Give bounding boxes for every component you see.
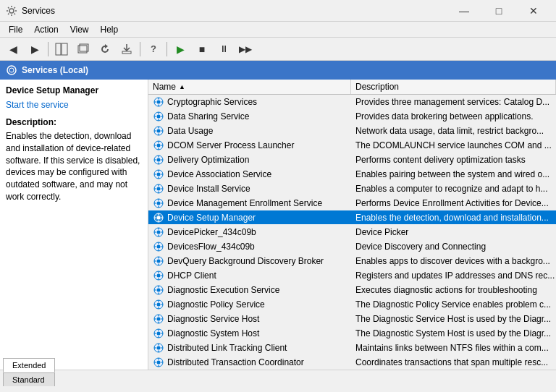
table-row[interactable]: Cryptographic ServicesProvides three man…	[148, 95, 556, 109]
minimize-button[interactable]: —	[447, 0, 481, 22]
pause-button[interactable]: ⏸	[214, 40, 234, 59]
help-button[interactable]: ?	[143, 40, 164, 59]
content-area: Device Setup Manager Start the service D…	[0, 80, 556, 370]
service-icon	[153, 169, 164, 180]
maximize-button[interactable]: □	[482, 0, 515, 22]
header-name[interactable]: Name ▲	[148, 80, 351, 94]
sort-icon: ▲	[179, 83, 185, 90]
close-button[interactable]: ✕	[517, 0, 550, 22]
service-icon	[153, 111, 164, 122]
toolbar-separator-3	[167, 42, 167, 56]
svg-point-70	[157, 244, 161, 248]
menu-item-action[interactable]: Action	[28, 23, 64, 36]
show-hide-button[interactable]	[51, 40, 72, 59]
export-list-button[interactable]	[117, 40, 137, 59]
toolbar-separator-1	[48, 42, 49, 56]
table-row[interactable]: DHCP ClientRegisters and updates IP addr…	[148, 268, 556, 283]
stop-button[interactable]: ■	[192, 40, 212, 59]
forward-button[interactable]: ▶	[25, 40, 45, 59]
title-bar: Services — □ ✕	[0, 0, 556, 22]
service-name-cell: Cryptographic Services	[148, 95, 351, 109]
table-row[interactable]: Diagnostic Execution ServiceExecutes dia…	[148, 283, 556, 297]
new-window-button[interactable]	[73, 40, 93, 59]
svg-point-106	[157, 331, 161, 335]
table-row[interactable]: Device Association ServiceEnables pairin…	[148, 167, 556, 182]
tab-extended[interactable]: Extended	[3, 358, 55, 372]
service-description-cell: Enables the detection, download and inst…	[351, 211, 556, 224]
svg-point-118	[157, 360, 161, 364]
service-icon	[153, 284, 164, 296]
service-description-cell: Enables pairing between the system and w…	[351, 168, 556, 181]
menu-item-file[interactable]: File	[3, 23, 28, 36]
service-icon	[153, 226, 164, 238]
table-row[interactable]: Diagnostic System HostThe Diagnostic Sys…	[148, 326, 556, 341]
table-scroll[interactable]: Cryptographic ServicesProvides three man…	[148, 95, 556, 370]
table-row[interactable]: Distributed Transaction CoordinatorCoord…	[148, 355, 556, 370]
back-button[interactable]: ◀	[3, 40, 23, 59]
service-icon	[153, 241, 164, 252]
service-icon	[153, 212, 164, 223]
service-description-cell: Coordinates transactions that span multi…	[351, 356, 556, 369]
table-row[interactable]: Device Install ServiceEnables a computer…	[148, 182, 556, 196]
table-row[interactable]: Device Management Enrollment ServicePerf…	[148, 196, 556, 210]
svg-rect-5	[122, 51, 131, 54]
play-button[interactable]: ▶	[170, 40, 190, 59]
window-controls: — □ ✕	[447, 0, 550, 22]
service-description-cell: Network data usage, data limit, restrict…	[351, 124, 556, 137]
service-name-cell: Data Usage	[148, 124, 351, 138]
svg-point-112	[157, 346, 161, 349]
table-row[interactable]: Device Setup ManagerEnables the detectio…	[148, 210, 556, 225]
service-icon	[153, 140, 164, 151]
toolbar: ◀ ▶ ? ▶ ■ ⏸ ▶▶	[0, 38, 556, 61]
table-row[interactable]: Distributed Link Tracking ClientMaintain…	[148, 341, 556, 355]
app-icon	[6, 5, 17, 17]
service-description-cell: Enables apps to discover devices with a …	[351, 255, 556, 268]
table-header: Name ▲ Description	[148, 80, 556, 95]
service-name-cell: DHCP Client	[148, 268, 351, 283]
table-row[interactable]: Data Sharing ServiceProvides data broker…	[148, 109, 556, 124]
table-row[interactable]: Diagnostic Service HostThe Diagnostic Se…	[148, 312, 556, 326]
service-name-cell: Diagnostic Execution Service	[148, 283, 351, 297]
service-description-cell: Executes diagnostic actions for troubles…	[351, 284, 556, 297]
panel-title: Services (Local)	[22, 65, 88, 75]
service-name-cell: Distributed Transaction Coordinator	[148, 355, 351, 370]
service-description-cell: The Diagnostic System Host is used by th…	[351, 327, 556, 340]
svg-point-34	[157, 158, 161, 161]
refresh-button[interactable]	[95, 40, 115, 59]
service-name-cell: DevicePicker_434c09b	[148, 225, 351, 239]
service-description-cell: The Diagnostic Policy Service enables pr…	[351, 298, 556, 311]
service-description-cell: The Diagnostic Service Host is used by t…	[351, 312, 556, 325]
svg-point-46	[157, 187, 161, 190]
table-row[interactable]: DevicePicker_434c09bDevice Picker	[148, 225, 556, 239]
service-description-cell: Maintains links between NTFS files withi…	[351, 341, 556, 354]
service-name-cell: Device Management Enrollment Service	[148, 196, 351, 210]
svg-point-88	[157, 288, 161, 291]
panel-header: Services (Local)	[0, 61, 556, 80]
description-label: Description:	[6, 117, 142, 127]
service-icon	[153, 299, 164, 310]
header-description[interactable]: Description	[351, 80, 556, 94]
table-row[interactable]: DevQuery Background Discovery BrokerEnab…	[148, 254, 556, 268]
tab-standard[interactable]: Standard	[3, 372, 55, 386]
svg-point-28	[157, 143, 161, 147]
service-description-cell: Performs content delivery optimization t…	[351, 153, 556, 166]
service-icon	[153, 357, 164, 368]
table-row[interactable]: DCOM Server Process LauncherThe DCOMLAUN…	[148, 138, 556, 153]
service-icon	[153, 342, 164, 354]
service-name-cell: Device Install Service	[148, 182, 351, 196]
table-row[interactable]: Data UsageNetwork data usage, data limit…	[148, 124, 556, 138]
service-icon	[153, 96, 164, 108]
table-row[interactable]: Diagnostic Policy ServiceThe Diagnostic …	[148, 297, 556, 312]
resume-button[interactable]: ▶▶	[235, 40, 256, 59]
service-icon	[153, 270, 164, 281]
bottom-tabs: ExtendedStandard	[0, 370, 556, 385]
menu-item-help[interactable]: Help	[95, 23, 125, 36]
table-row[interactable]: Delivery OptimizationPerforms content de…	[148, 153, 556, 167]
svg-point-52	[157, 201, 161, 205]
service-name-cell: Data Sharing Service	[148, 109, 351, 124]
service-icon	[153, 125, 164, 137]
start-service-link[interactable]: Start the service	[6, 100, 69, 110]
service-name-cell: Distributed Link Tracking Client	[148, 341, 351, 355]
table-row[interactable]: DevicesFlow_434c09bDevice Discovery and …	[148, 239, 556, 254]
menu-item-view[interactable]: View	[64, 23, 95, 36]
